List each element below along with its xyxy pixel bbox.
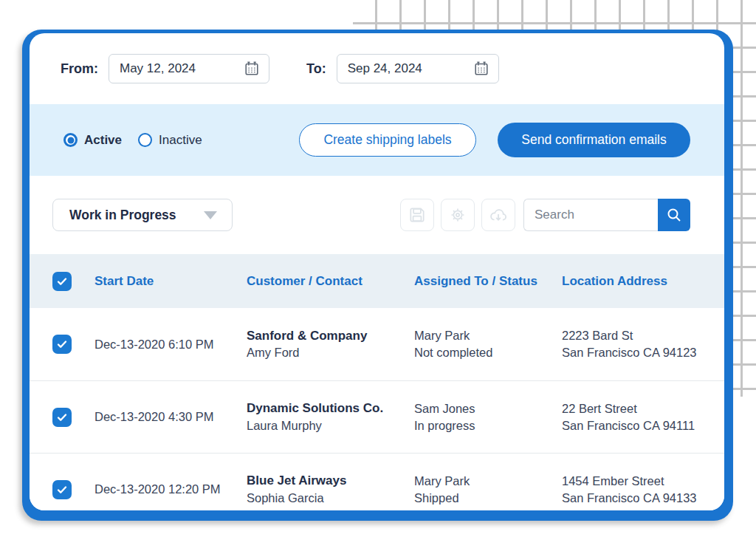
check-icon	[56, 338, 68, 350]
cell-customer-contact: Blue Jet Airways Sophia Garcia	[247, 472, 414, 506]
calendar-icon[interactable]	[244, 61, 260, 77]
assignee-name: Mary Park	[414, 327, 562, 344]
contact-name: Laura Murphy	[247, 417, 414, 434]
address-line1: 1454 Ember Street	[562, 473, 709, 490]
card-frame: From: May 12, 2024 To: Sep 24, 2024	[22, 30, 733, 521]
address-line2: San Francisco CA 94111	[562, 417, 709, 434]
table-row: Dec-13-2020 4:30 PM Dynamic Solutions Co…	[30, 380, 724, 453]
customer-name: Dynamic Solutions Co.	[247, 400, 414, 417]
column-header-assigned[interactable]: Assigned To / Status	[414, 274, 562, 289]
from-date-value: May 12, 2024	[120, 61, 196, 76]
cell-start-date: Dec-13-2020 4:30 PM	[94, 410, 247, 424]
address-line1: 2223 Bard St	[562, 327, 709, 344]
radio-active[interactable]: Active	[63, 133, 122, 148]
cell-start-date: Dec-13-2020 6:10 PM	[94, 338, 247, 352]
cell-start-date: Dec-13-2020 12:20 PM	[94, 482, 247, 496]
table-row: Dec-13-2020 6:10 PM Sanford & Company Am…	[30, 308, 724, 380]
column-header-customer[interactable]: Customer / Contact	[247, 274, 414, 289]
cell-assigned-status: Mary Park Not completed	[414, 327, 562, 361]
send-confirmation-emails-button[interactable]: Send confirmation emails	[498, 123, 690, 157]
cell-location: 2223 Bard St San Francisco CA 94123	[562, 327, 709, 361]
row-checkbox[interactable]	[52, 335, 72, 354]
check-icon	[56, 276, 68, 287]
status-actions-section: Active Inactive Create shipping labels S…	[30, 104, 724, 176]
to-label: To:	[306, 61, 326, 77]
contact-name: Amy Ford	[247, 344, 414, 361]
from-label: From:	[61, 61, 98, 77]
status-radio-group: Active Inactive	[63, 133, 202, 148]
chevron-down-icon	[204, 211, 217, 219]
contact-name: Sophia Garcia	[247, 490, 414, 507]
controls-section: Work in Progress	[30, 176, 724, 254]
column-header-start-date[interactable]: Start Date	[94, 274, 247, 289]
dropdown-value: Work in Progress	[69, 208, 176, 223]
cell-assigned-status: Sam Jones In progress	[414, 400, 562, 434]
check-icon	[56, 484, 68, 496]
check-icon	[56, 411, 68, 423]
search-icon	[665, 206, 683, 224]
status-text: Not completed	[414, 344, 562, 361]
to-date-value: Sep 24, 2024	[348, 61, 422, 76]
tool-buttons	[400, 199, 515, 231]
radio-active-label: Active	[84, 133, 122, 148]
cell-location: 22 Bert Street San Francisco CA 94111	[562, 400, 709, 434]
search-group	[523, 199, 690, 231]
radio-selected-icon[interactable]	[63, 133, 78, 147]
cell-location: 1454 Ember Street San Francisco CA 94133	[562, 473, 709, 507]
table-row: Dec-13-2020 12:20 PM Blue Jet Airways So…	[30, 453, 724, 510]
status-dropdown[interactable]: Work in Progress	[52, 199, 233, 231]
address-line2: San Francisco CA 94133	[562, 490, 709, 507]
save-icon	[408, 205, 427, 225]
page: From: May 12, 2024 To: Sep 24, 2024	[0, 0, 756, 537]
assignee-name: Mary Park	[414, 473, 562, 490]
address-line2: San Francisco CA 94123	[562, 344, 709, 361]
create-shipping-labels-button[interactable]: Create shipping labels	[299, 123, 476, 157]
address-line1: 22 Bert Street	[562, 400, 709, 417]
select-all-checkbox[interactable]	[52, 272, 72, 291]
status-text: In progress	[414, 417, 562, 434]
from-date-input[interactable]: May 12, 2024	[109, 54, 269, 83]
gear-icon	[448, 205, 467, 225]
date-range-section: From: May 12, 2024 To: Sep 24, 2024	[30, 33, 724, 104]
cell-customer-contact: Sanford & Company Amy Ford	[247, 327, 414, 361]
save-button[interactable]	[400, 199, 434, 231]
to-date-input[interactable]: Sep 24, 2024	[337, 54, 499, 83]
row-checkbox[interactable]	[52, 480, 72, 499]
table-header: Start Date Customer / Contact Assigned T…	[30, 254, 724, 308]
cloud-download-button[interactable]	[481, 199, 515, 231]
customer-name: Sanford & Company	[247, 327, 414, 344]
shipping-orders-card: From: May 12, 2024 To: Sep 24, 2024	[30, 33, 724, 510]
row-checkbox[interactable]	[52, 408, 72, 427]
search-input[interactable]	[523, 199, 658, 231]
customer-name: Blue Jet Airways	[247, 472, 414, 489]
status-text: Shipped	[414, 490, 562, 507]
column-header-location[interactable]: Location Address	[562, 274, 709, 289]
calendar-icon[interactable]	[473, 61, 489, 77]
cell-assigned-status: Mary Park Shipped	[414, 473, 562, 507]
search-button[interactable]	[658, 199, 690, 231]
radio-inactive-label: Inactive	[159, 133, 202, 148]
cell-customer-contact: Dynamic Solutions Co. Laura Murphy	[247, 400, 414, 434]
assignee-name: Sam Jones	[414, 400, 562, 417]
cloud-download-icon	[489, 205, 508, 225]
settings-button[interactable]	[441, 199, 475, 231]
radio-inactive[interactable]: Inactive	[138, 133, 202, 148]
radio-unselected-icon[interactable]	[138, 133, 152, 147]
